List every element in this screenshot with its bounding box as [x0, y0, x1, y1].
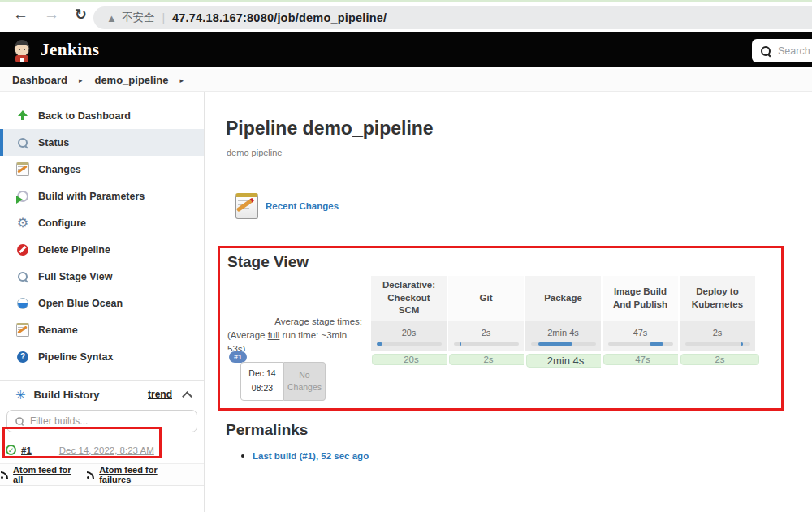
permalinks-title: Permalinks [226, 421, 308, 439]
build-history-row[interactable]: ✓ #1 Dec 14, 2022, 8:23 AM [0, 437, 204, 464]
rss-icon [0, 470, 9, 480]
help-icon: ? [15, 351, 30, 363]
average-time-cell: 2min 4s [524, 321, 601, 351]
stage-result-cell[interactable]: 2s [680, 354, 759, 365]
sidebar-item-configure[interactable]: ⚙ Configure [0, 209, 204, 236]
sidebar-item-full-stage-view[interactable]: Full Stage View [0, 263, 204, 290]
notepad-icon [15, 323, 30, 337]
filter-builds-placeholder: Filter builds... [30, 415, 88, 427]
average-time-cell: 2s [678, 321, 755, 351]
stage-result-cell[interactable]: 47s [603, 354, 682, 365]
page-title: Pipeline demo_pipeline [226, 118, 812, 140]
atom-feed-all-link[interactable]: Atom feed for all [13, 465, 78, 484]
not-secure-label[interactable]: 不安全 [122, 11, 155, 25]
stage-header: Declarative: Checkout SCM [369, 276, 447, 321]
build-play-icon [15, 191, 30, 202]
stage-header: Package [524, 276, 601, 321]
filter-builds-input[interactable]: Filter builds... [6, 410, 197, 432]
build-number-link[interactable]: #1 [21, 445, 32, 455]
build-history-title: Build History [34, 389, 148, 401]
average-time-cell: 47s [601, 321, 678, 351]
stage-result-cell[interactable]: 20s [372, 354, 451, 365]
browser-forward-icon[interactable]: → [44, 6, 59, 24]
build-history-icon: ✳ [15, 389, 26, 401]
browser-reload-icon[interactable]: ↻ [75, 6, 87, 24]
search-placeholder: Search [778, 45, 810, 57]
header-search-box[interactable]: Search [752, 39, 812, 62]
success-check-icon: ✓ [6, 445, 16, 455]
magnifier-icon [15, 271, 30, 282]
jenkins-pipeline-page: ← → ↻ ▲ 不安全 | 47.74.18.167:8080/job/demo… [0, 0, 812, 512]
build-history-header: ✳ Build History trend [0, 380, 204, 408]
build-row-label: #1 Dec 1408:23 No Changes [227, 351, 369, 402]
notepad-icon [15, 162, 30, 176]
last-build-link[interactable]: Last build (#1), 52 sec ago [253, 451, 369, 461]
sidebar: Back to Dashboard Status Changes Build w… [0, 92, 205, 512]
recent-changes-label: Recent Changes [266, 201, 339, 211]
sidebar-item-pipeline-syntax[interactable]: ? Pipeline Syntax [0, 343, 204, 370]
stage-time-bar [531, 342, 596, 346]
jenkins-logo-icon[interactable] [11, 38, 32, 62]
build-card[interactable]: Dec 1408:23 No Changes [240, 362, 326, 401]
jenkins-header: Jenkins Search [0, 32, 812, 69]
browser-toolbar: ← → ↻ ▲ 不安全 | 47.74.18.167:8080/job/demo… [0, 2, 812, 32]
stage-result-cell[interactable]: 2s [449, 354, 528, 365]
address-bar[interactable]: ▲ 不安全 | 47.74.18.167:8080/job/demo_pipel… [93, 6, 812, 29]
stage-header: Git [447, 276, 524, 321]
stage-time-bar [608, 342, 673, 346]
sidebar-item-status[interactable]: Status [0, 129, 204, 156]
breadcrumb: Dashboard ▸ demo_pipeline ▸ [0, 69, 812, 92]
up-arrow-icon [15, 110, 30, 121]
average-times-label: Average stage times: (Average full run t… [227, 321, 369, 351]
sidebar-item-open-blue-ocean[interactable]: Open Blue Ocean [0, 290, 204, 316]
breadcrumb-demo-pipeline[interactable]: demo_pipeline [94, 74, 168, 86]
average-time-cell: 2s [447, 321, 524, 351]
stage-time-bar [454, 342, 519, 346]
breadcrumb-dashboard[interactable]: Dashboard [12, 74, 67, 86]
search-icon [15, 416, 24, 425]
recent-changes-icon [235, 193, 258, 219]
no-entry-icon [15, 244, 30, 256]
breadcrumb-chevron-icon[interactable]: ▸ [179, 76, 184, 84]
no-changes-badge: No Changes [284, 362, 326, 401]
stage-time-bar [685, 342, 750, 346]
not-secure-warning-icon[interactable]: ▲ [106, 12, 117, 24]
stage-view-section: Stage View Declarative: Checkout SCM Git… [218, 246, 784, 411]
recent-changes[interactable]: Recent Changes [235, 193, 812, 219]
address-url[interactable]: 47.74.18.167:8080/job/demo_pipeline/ [172, 11, 387, 24]
sidebar-menu: Back to Dashboard Status Changes Build w… [0, 92, 204, 370]
stage-header: Deploy to Kubernetes [678, 276, 755, 321]
atom-feeds: Atom feed for all Atom feed for failures [0, 464, 204, 486]
stage-view-title: Stage View [227, 253, 784, 271]
permalink-item: Last build (#1), 52 sec ago [241, 451, 369, 461]
sidebar-item-rename[interactable]: Rename [0, 316, 204, 343]
address-separator: | [162, 11, 165, 24]
full-link[interactable]: full [268, 330, 280, 340]
build-date-time[interactable]: Dec 1408:23 [240, 362, 284, 401]
build-badge[interactable]: #1 [229, 351, 247, 363]
collapse-chevron-icon[interactable] [182, 391, 192, 402]
blue-ocean-icon [15, 298, 30, 309]
stage-time-bar [377, 342, 442, 346]
stage-result-cell[interactable]: 2min 4s [526, 354, 605, 368]
main-content: Pipeline demo_pipeline demo pipeline Rec… [205, 92, 812, 512]
stage-header: Image Build And Publish [601, 276, 678, 321]
page-description: demo pipeline [227, 148, 812, 157]
search-icon [760, 45, 771, 57]
breadcrumb-chevron-icon[interactable]: ▸ [79, 76, 83, 84]
sidebar-item-changes[interactable]: Changes [0, 156, 204, 183]
average-time-cell: 20s [369, 321, 447, 351]
gear-icon: ⚙ [15, 217, 30, 230]
sidebar-item-build-with-parameters[interactable]: Build with Parameters [0, 183, 204, 209]
atom-feed-failures-link[interactable]: Atom feed for failures [99, 465, 184, 484]
stage-view-table: Declarative: Checkout SCM Git Package Im… [227, 276, 755, 402]
trend-link[interactable]: trend [148, 389, 172, 400]
jenkins-brand[interactable]: Jenkins [41, 40, 99, 60]
sidebar-item-back-to-dashboard[interactable]: Back to Dashboard [0, 102, 204, 129]
browser-back-icon[interactable]: ← [13, 6, 28, 24]
sidebar-item-delete-pipeline[interactable]: Delete Pipeline [0, 236, 204, 263]
rss-icon [86, 470, 95, 480]
build-date-link[interactable]: Dec 14, 2022, 8:23 AM [59, 445, 154, 455]
magnifier-icon [15, 137, 30, 148]
bullet-icon [241, 454, 244, 458]
